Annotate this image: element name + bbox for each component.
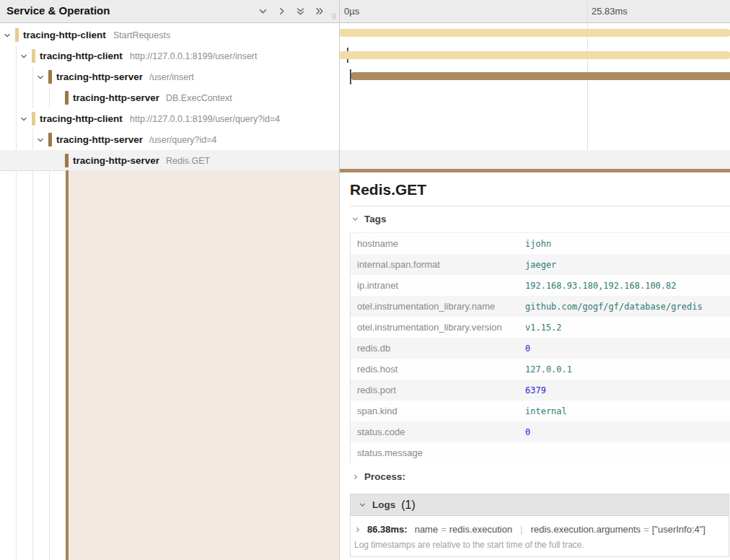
tree-row-server-insert[interactable]: tracing-http-server /user/insert: [0, 66, 339, 87]
log-field-key: redis.execution.arguments: [531, 524, 641, 535]
chevron-down-icon[interactable]: [19, 52, 28, 61]
log-field-value: redis.execution: [449, 524, 512, 535]
span-bar-server-insert[interactable]: [351, 72, 730, 80]
service-name: tracing-http-server: [56, 134, 143, 145]
indent-guide: [32, 171, 33, 560]
tree-row-start-requests[interactable]: tracing-http-client StartRequests: [0, 25, 339, 45]
tree-row-db-execcontext[interactable]: tracing-http-server DB.ExecContext: [0, 87, 339, 108]
timeline-tick-1: 25.83ms: [592, 6, 628, 17]
service-name: tracing-http-server: [73, 92, 159, 103]
log-entry[interactable]: 86.38ms: name = redis.execution | redis.…: [354, 524, 729, 535]
process-section-header[interactable]: Process:: [352, 471, 405, 482]
process-label: Process:: [364, 471, 405, 482]
title-divider: [350, 206, 730, 206]
tag-row: span.kindinternal: [351, 401, 730, 421]
service-color-chip: [48, 70, 52, 84]
logs-label: Logs: [372, 499, 395, 510]
operation-name: http://127.0.0.1:8199/user/query?id=4: [130, 114, 280, 124]
service-name: tracing-http-server: [73, 155, 159, 166]
timeline-tick-0: 0µs: [344, 6, 359, 17]
tags-section-header[interactable]: Tags: [351, 214, 387, 224]
service-color-chip: [32, 112, 35, 126]
equals-sign: =: [441, 524, 447, 535]
tag-row: hostnameijohn: [351, 233, 730, 254]
chevron-down-icon[interactable]: [36, 73, 45, 82]
service-name: tracing-http-client: [40, 51, 123, 61]
logs-section: Logs (1) 86.38ms: name = redis.execution…: [350, 494, 729, 557]
log-timestamp: 86.38ms:: [367, 524, 408, 535]
tag-row: status.code0: [351, 421, 730, 442]
service-color-chip: [65, 154, 69, 167]
span-tree-header: Service & Operation: [0, 0, 339, 23]
service-color-chip: [15, 28, 19, 42]
logs-section-header[interactable]: Logs (1): [351, 494, 729, 516]
chevron-right-icon: [352, 473, 359, 481]
operation-name: DB.ExecContext: [166, 93, 232, 103]
tags-table: hostnameijohn internal.span.formatjaeger…: [350, 232, 730, 463]
service-name: tracing-http-server: [56, 71, 143, 82]
expand-one-chevron-right-icon[interactable]: [276, 6, 287, 17]
service-operation-title: Service & Operation: [6, 4, 110, 17]
timeline-ruler: 0µs 25.83ms: [340, 0, 730, 23]
chevron-down-icon[interactable]: [3, 31, 12, 40]
span-bar-start-requests[interactable]: [340, 29, 730, 37]
service-name: tracing-http-client: [40, 113, 123, 124]
tag-row: redis.port6379: [351, 380, 730, 401]
log-field-value: ["userInfo:4"]: [652, 524, 705, 535]
equals-sign: =: [643, 524, 649, 535]
timeline-gridline: [587, 0, 588, 169]
jaeger-trace-view: Service & Operation 0µs 25.83ms tracing-…: [0, 0, 730, 560]
tag-row: redis.host127.0.0.1: [351, 359, 730, 380]
chevron-right-icon: [354, 526, 361, 533]
chevron-down-icon: [359, 501, 366, 509]
tag-row: internal.span.formatjaeger: [351, 254, 730, 275]
tag-row: redis.db0: [351, 338, 730, 359]
operation-name: Redis.GET: [166, 156, 210, 166]
span-detail-panel: Redis.GET Tags hostnameijohn internal.sp…: [340, 172, 730, 560]
span-bar-client-insert[interactable]: [340, 51, 730, 59]
chevron-down-icon[interactable]: [36, 136, 45, 144]
service-color-chip: [32, 49, 35, 63]
service-color-chip: [65, 91, 69, 105]
operation-name: /user/query?id=4: [149, 135, 216, 145]
chevron-down-icon: [351, 215, 359, 223]
tree-controls: [258, 6, 325, 17]
selected-row-strip: [340, 150, 730, 169]
log-field-key: name: [415, 524, 439, 535]
tag-row: ip.intranet192.168.93.180,192.168.100.82: [351, 275, 730, 296]
tag-row: otel.instrumentation_library.versionv1.1…: [351, 317, 730, 338]
indent-guide: [49, 171, 50, 560]
operation-name: http://127.0.0.1:8199/user/insert: [130, 51, 258, 61]
logs-footnote: Log timestamps are relative to the start…: [354, 540, 729, 550]
tag-row: status.message: [351, 442, 730, 463]
tree-row-client-query[interactable]: tracing-http-client http://127.0.0.1:819…: [0, 108, 339, 129]
tree-row-client-insert[interactable]: tracing-http-client http://127.0.0.1:819…: [0, 45, 339, 66]
collapse-one-chevron-down-icon[interactable]: [258, 6, 268, 17]
column-resizer-grip[interactable]: [333, 13, 335, 19]
field-separator: |: [520, 524, 522, 535]
operation-name: StartRequests: [113, 30, 170, 40]
indent-guide: [16, 171, 17, 560]
span-detail-title: Redis.GET: [350, 181, 426, 198]
logs-count: (1): [401, 499, 415, 512]
detail-row-left-background: [69, 170, 339, 560]
service-color-chip: [48, 133, 52, 146]
tag-row: otel.instrumentation_library.namegithub.…: [351, 296, 730, 317]
collapse-all-double-chevron-down-icon[interactable]: [295, 6, 306, 17]
tags-label: Tags: [364, 214, 387, 224]
expand-all-double-chevron-right-icon[interactable]: [314, 6, 325, 17]
chevron-down-icon[interactable]: [19, 115, 28, 123]
operation-name: /user/insert: [149, 72, 194, 82]
tree-row-server-query[interactable]: tracing-http-server /user/query?id=4: [0, 129, 339, 150]
service-name: tracing-http-client: [23, 30, 106, 40]
tree-row-redis-get-selected[interactable]: tracing-http-server Redis.GET: [0, 150, 339, 171]
